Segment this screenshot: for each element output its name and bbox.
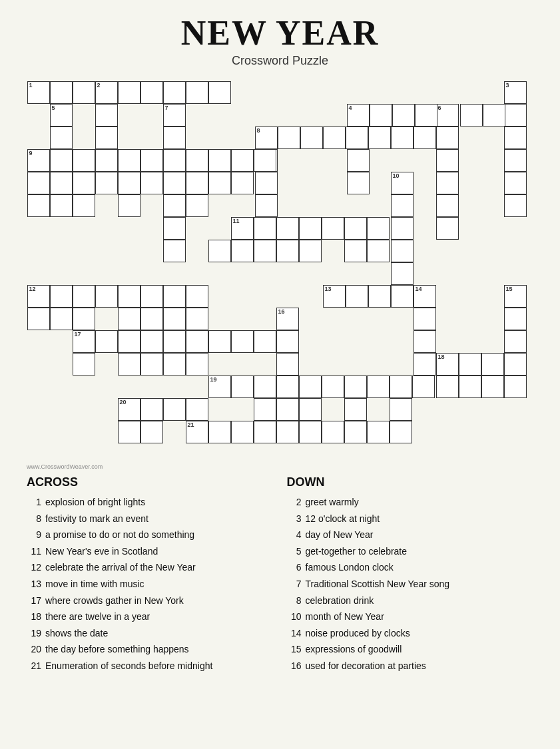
cell-16-r2[interactable] (276, 353, 299, 375)
cell-7-r2[interactable] (163, 149, 186, 172)
cell-12-c2[interactable] (73, 285, 95, 308)
cell-17-c7[interactable] (231, 330, 254, 353)
cell-15-r2[interactable] (504, 330, 527, 353)
cell-21-c9[interactable] (390, 421, 412, 443)
cell-21-c8[interactable] (367, 421, 390, 443)
cell-16-r1[interactable] (276, 330, 299, 353)
cell-18-c3[interactable] (504, 353, 527, 375)
cell-11r2-c3[interactable] (299, 240, 322, 262)
cell-11-c4[interactable] (322, 217, 344, 240)
cell-15-r4[interactable] (504, 375, 527, 398)
cell-16-r4[interactable] (276, 398, 299, 421)
cell-20-c1[interactable] (140, 398, 163, 421)
cell-21-c7[interactable] (344, 421, 367, 443)
cell-15-r1[interactable] (504, 308, 527, 330)
cell-16-r3[interactable] (276, 375, 299, 398)
cell-10-r3[interactable] (391, 240, 414, 262)
cell-10-r4[interactable] (391, 262, 414, 285)
cell-12r2-c5[interactable] (140, 308, 163, 330)
fill-col19-r1[interactable] (460, 104, 483, 126)
cell-11r2-c6[interactable] (367, 240, 390, 262)
cell-9-c2[interactable] (73, 149, 95, 172)
cell-18-c0[interactable]: 18 (436, 353, 459, 375)
cell-11-c1[interactable] (254, 217, 276, 240)
cell-1-4[interactable] (118, 81, 140, 104)
cell-9r2-c2[interactable] (73, 172, 95, 194)
cell-6-r4[interactable] (436, 194, 459, 217)
cell-16-r0[interactable]: 16 (276, 308, 299, 330)
cell-11-c5[interactable] (344, 217, 367, 240)
cell-19-c6[interactable] (367, 375, 390, 398)
cell-8-c1[interactable] (278, 126, 300, 149)
cell-19-c3[interactable] (299, 375, 322, 398)
cell-8-c3[interactable] (323, 126, 346, 149)
cell-19r2-c5[interactable] (344, 398, 367, 421)
cell-12r2-c6[interactable] (163, 308, 186, 330)
cell-7-r3[interactable] (163, 172, 186, 194)
cell-14-r2[interactable] (414, 330, 436, 353)
cell-2-r2[interactable] (95, 126, 118, 149)
cell-10-r2[interactable] (391, 217, 414, 240)
cell-17-c4[interactable] (163, 330, 186, 353)
cell-6-r2[interactable] (436, 149, 459, 172)
cell-3-r5[interactable] (504, 194, 527, 217)
cell-9-c8[interactable] (254, 149, 276, 172)
cell-6-r3[interactable] (436, 172, 459, 194)
cell-12r2-c1[interactable] (50, 308, 73, 330)
cell-17r2-c3[interactable] (140, 353, 163, 375)
cell-4-r3[interactable] (347, 172, 370, 194)
cell-8-c0[interactable]: 8 (255, 126, 278, 149)
extra-r7-c10[interactable] (254, 240, 276, 262)
cell-12-c3[interactable] (95, 285, 118, 308)
cell-8-c6[interactable] (391, 126, 414, 149)
cell-19-c7[interactable] (390, 375, 412, 398)
fill-col17-r1[interactable] (415, 104, 437, 126)
cell-17-c6[interactable] (208, 330, 231, 353)
cell-20-c0[interactable]: 20 (118, 398, 140, 421)
cell-18r2-c2[interactable] (481, 375, 504, 398)
cell-6-r5[interactable] (436, 217, 459, 240)
cell-17r2-c0[interactable] (73, 353, 95, 375)
cell-20-c3[interactable] (186, 398, 208, 421)
cell-21-c5[interactable] (299, 421, 322, 443)
cell-17r2-c2[interactable] (118, 353, 140, 375)
cell-9-c7[interactable] (231, 149, 254, 172)
cell-13-c0[interactable]: 13 (323, 285, 346, 308)
cell-9-c1[interactable] (50, 149, 73, 172)
cell-8d-r2[interactable] (255, 172, 278, 194)
cell-18-c2[interactable] (481, 353, 504, 375)
cell-11r2-c2[interactable] (276, 240, 299, 262)
cell-4-r2[interactable] (347, 149, 370, 172)
cell-11r2-c5[interactable] (344, 240, 367, 262)
cell-20r2-c0[interactable] (118, 421, 140, 443)
cell-12-c7[interactable] (186, 285, 208, 308)
cell-5-r4[interactable] (50, 194, 73, 217)
cell-5-r1[interactable] (50, 126, 73, 149)
fill-col16-r1[interactable] (392, 104, 415, 126)
cell-10-r1[interactable] (391, 194, 414, 217)
cell-14-r0[interactable]: 14 (414, 285, 436, 308)
cell-19-c0[interactable]: 19 (208, 375, 231, 398)
cell-9-c3[interactable] (118, 149, 140, 172)
fill-col15-r1[interactable] (370, 104, 392, 126)
cell-17-c2[interactable] (118, 330, 140, 353)
cell-8-c7[interactable] (414, 126, 436, 149)
cell-5-r0[interactable]: 5 (50, 104, 73, 126)
fill-r5-c2[interactable] (73, 194, 95, 217)
cell-9r2-c5[interactable] (186, 172, 208, 194)
cell-7-r5[interactable] (163, 217, 186, 240)
cell-2-r3[interactable] (95, 149, 118, 172)
cell-9r2-c4[interactable] (140, 172, 163, 194)
cell-9-c5[interactable] (186, 149, 208, 172)
cell-14-r1[interactable] (414, 308, 436, 330)
extra-r7-c8[interactable] (208, 240, 231, 262)
cell-8-c2[interactable] (300, 126, 323, 149)
cell-6-r1[interactable] (436, 126, 459, 149)
cell-7-r0[interactable]: 7 (163, 104, 186, 126)
cell-7-r6[interactable] (163, 240, 186, 262)
cell-1-0[interactable]: 1 (27, 81, 50, 104)
cell-13-c1[interactable] (346, 285, 368, 308)
cell-19-c1[interactable] (231, 375, 254, 398)
cell-17-c5[interactable] (186, 330, 208, 353)
cell-1-2[interactable] (73, 81, 95, 104)
